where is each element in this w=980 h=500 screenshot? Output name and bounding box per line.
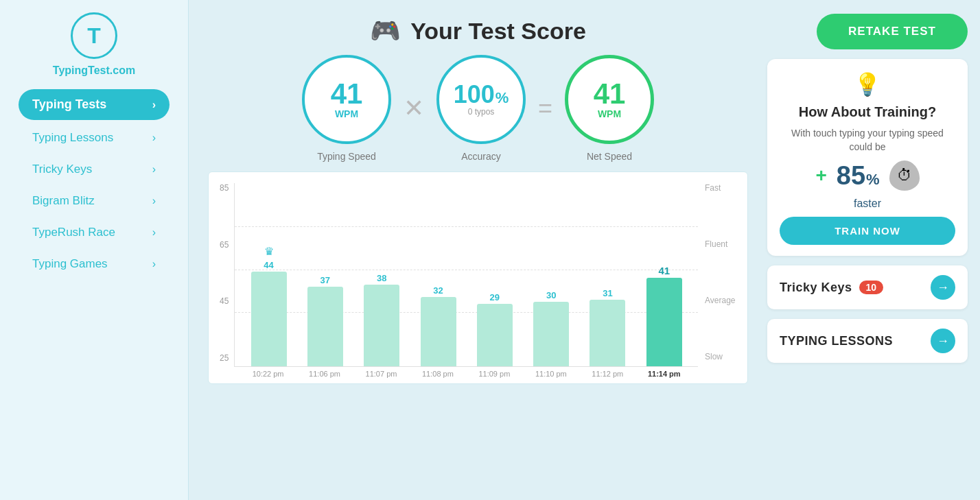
accuracy-label: Accuracy	[461, 151, 501, 162]
equals-operator: =	[538, 94, 552, 123]
y-label-85: 85	[220, 183, 229, 193]
score-row: 41 WPM Typing Speed ✕ 100 % 0 typos Accu…	[208, 55, 748, 162]
level-average: Average	[705, 296, 736, 305]
x-label: 11:14 pm	[646, 370, 682, 378]
bar	[307, 287, 343, 366]
x-label: 11:10 pm	[533, 370, 569, 378]
chart-x-labels: 10:22 pm11:06 pm11:07 pm11:08 pm11:09 pm…	[234, 367, 698, 378]
bar-value: 41	[658, 265, 670, 276]
wpm-label: Typing Speed	[317, 151, 376, 162]
level-fast: Fast	[705, 183, 736, 193]
tricky-keys-card[interactable]: Tricky Keys 10 →	[767, 265, 968, 309]
chevron-icon: ›	[152, 163, 156, 176]
bar-value: 31	[603, 288, 612, 298]
main-content: 🎮 Your Test Score 41 WPM Typing Speed ✕ …	[189, 0, 767, 500]
bar	[590, 300, 625, 366]
chevron-icon: ›	[152, 195, 156, 207]
wpm-unit: WPM	[335, 108, 358, 119]
sidebar-item-bigram-blitz[interactable]: Bigram Blitz ›	[19, 186, 170, 216]
bar-wrap: 41	[646, 183, 682, 366]
chevron-icon: ›	[152, 132, 156, 144]
bar	[251, 272, 287, 366]
sidebar: T TypingTest.com Typing Tests › Typing L…	[0, 0, 189, 500]
bar-value: 30	[546, 290, 556, 300]
training-card: 💡 How About Training? With touch typing …	[767, 59, 968, 256]
logo-letter: T	[87, 23, 101, 49]
typing-lessons-card[interactable]: TYPING LESSONS →	[767, 319, 968, 363]
title-row: 🎮 Your Test Score	[208, 16, 748, 45]
x-label: 11:07 pm	[363, 370, 399, 378]
y-label-25: 25	[220, 353, 229, 363]
bar-wrap: ♛44	[251, 183, 287, 366]
tricky-keys-badge: 10	[859, 281, 884, 294]
tricky-keys-arrow[interactable]: →	[931, 275, 955, 300]
accuracy-percent-sign: %	[495, 89, 509, 107]
accuracy-value: 100	[454, 82, 495, 107]
bar	[533, 302, 569, 366]
bar-wrap: 30	[533, 183, 569, 366]
bar-wrap: 29	[477, 183, 513, 366]
logo-circle: T	[71, 12, 117, 59]
chart-area: ♛4437383229303141 10:22 pm11:06 pm11:07 …	[234, 183, 698, 378]
bar-wrap: 38	[364, 183, 399, 366]
bar	[477, 304, 513, 366]
bar-value: 29	[490, 292, 500, 302]
sidebar-item-tricky-keys[interactable]: Tricky Keys ›	[19, 154, 170, 184]
plus-icon: +	[815, 165, 826, 187]
net-unit: WPM	[598, 108, 621, 119]
x-label: 11:12 pm	[590, 370, 625, 378]
sidebar-item-typing-lessons[interactable]: Typing Lessons ›	[19, 123, 170, 153]
retake-button[interactable]: RETAKE TEST	[817, 14, 968, 49]
faster-label: faster	[854, 198, 881, 210]
x-label: 11:06 pm	[307, 370, 342, 378]
bar-wrap: 31	[590, 183, 625, 366]
multiply-operator: ✕	[404, 94, 424, 123]
speedometer-icon: ⏱	[889, 160, 920, 191]
chart-level-labels: Fast Fluent Average Slow	[698, 183, 736, 378]
bars-row: ♛4437383229303141	[235, 183, 698, 366]
crown-icon: ♛	[264, 245, 274, 258]
speed-percent-unit: %	[866, 171, 880, 189]
typing-lessons-arrow[interactable]: →	[931, 329, 955, 353]
sidebar-item-typing-games[interactable]: Typing Games ›	[19, 249, 170, 279]
training-speed-row: + 85 % ⏱	[815, 160, 919, 191]
x-label: 11:08 pm	[420, 370, 456, 378]
brand-name: TypingTest.com	[53, 64, 135, 77]
typing-lessons-label: TYPING LESSONS	[780, 334, 893, 348]
bar-value: 38	[377, 273, 386, 283]
bar-value: 44	[264, 260, 273, 270]
accuracy-circle: 100 % 0 typos	[436, 55, 526, 144]
right-panel: RETAKE TEST 💡 How About Training? With t…	[767, 0, 980, 500]
sidebar-item-typerush-race[interactable]: TypeRush Race ›	[19, 217, 170, 248]
bar	[421, 297, 456, 366]
page-title: Your Test Score	[410, 18, 586, 45]
sidebar-item-typing-tests[interactable]: Typing Tests ›	[19, 89, 170, 120]
chart-container: 85 65 45 25 ♛4437383229303141 10:22 pm11…	[208, 171, 748, 384]
chart-grid: ♛4437383229303141	[234, 183, 698, 367]
bar	[646, 278, 682, 366]
wpm-value: 41	[331, 80, 363, 108]
x-label: 10:22 pm	[250, 370, 286, 378]
training-subtitle: With touch typing your typing speed coul…	[780, 127, 955, 154]
score-icon: 🎮	[370, 16, 401, 45]
x-label: 11:09 pm	[476, 370, 512, 378]
chevron-icon: ›	[152, 258, 156, 270]
bar-wrap: 32	[421, 183, 456, 366]
net-value: 41	[594, 80, 626, 108]
bar-wrap: 37	[307, 183, 343, 366]
chevron-icon: ›	[152, 99, 156, 111]
chevron-icon: ›	[152, 226, 156, 239]
train-now-button[interactable]: TRAIN NOW	[780, 217, 955, 245]
typing-lessons-left: TYPING LESSONS	[780, 334, 893, 348]
level-slow: Slow	[705, 352, 736, 361]
chart-y-labels: 85 65 45 25	[220, 183, 234, 378]
tricky-keys-left: Tricky Keys 10	[780, 281, 883, 295]
training-title: How About Training?	[799, 104, 936, 120]
bar-value: 32	[433, 285, 443, 296]
bar	[364, 285, 399, 366]
net-label: Net Speed	[587, 151, 632, 162]
speed-percent-value: 85	[837, 161, 865, 191]
wpm-circle: 41 WPM	[302, 55, 391, 144]
y-label-65: 65	[220, 240, 229, 250]
accuracy-typos: 0 typos	[468, 107, 495, 117]
